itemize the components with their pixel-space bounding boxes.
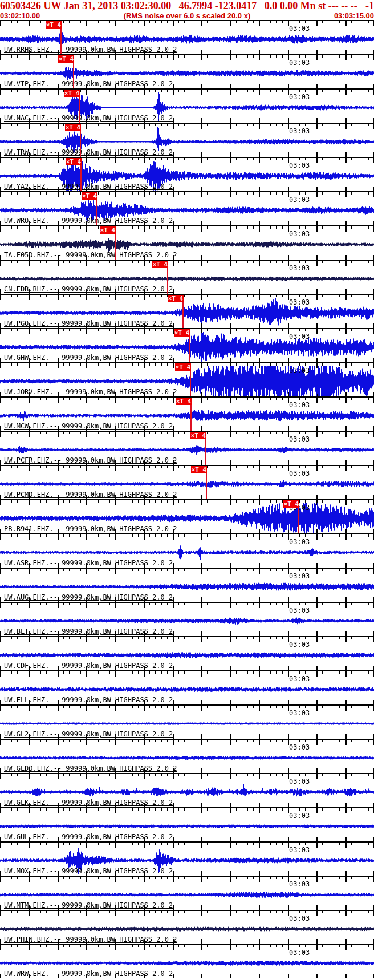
- station-label: PB.B941.EHZ.-- 99999.0km,BW HIGHPASS 2.0…: [4, 525, 177, 533]
- phase-pick-flag[interactable]: ×T 4: [168, 295, 184, 302]
- trace-row: 03:03 UW.GUL.EHZ.-- 99999.0km,BW HIGHPAS…: [0, 807, 374, 841]
- phase-pick-flag[interactable]: ×T 4: [65, 124, 81, 131]
- phase-pick-flag[interactable]: ×T 4: [64, 90, 80, 97]
- trace-row: 03:03 UW.PCFR.EHZ.-- 99999.0km,BW HIGHPA…: [0, 431, 374, 465]
- phase-pick-flag[interactable]: ×T 4: [82, 192, 97, 200]
- phase-pick-flag[interactable]: ×T 4: [176, 398, 192, 405]
- trace-row: 03:03 UW.MCW.EHZ.-- 99999.0km,BW HIGHPAS…: [0, 396, 374, 431]
- phase-pick-flag[interactable]: ×T 4: [283, 500, 299, 508]
- station-label: UW.GL2.EHZ.-- 99999.0km,BW HIGHPASS 2.0 …: [4, 730, 173, 738]
- minute-tick-label: 03:03: [289, 709, 310, 717]
- minute-tick-label: 03:03: [289, 333, 310, 341]
- trace-row: 03:03 UW.GHW.EHZ.-- 99999.0km,BW HIGHPAS…: [0, 328, 374, 362]
- trace-row: 03:03 UW.PHIN.BHZ.-- 99999.0km,BW HIGHPA…: [0, 910, 374, 944]
- phase-pick-line: [182, 302, 184, 328]
- station-label: TA.F05D.BHZ.-- 99999.0km,BW HIGHPASS 2.0…: [4, 251, 177, 259]
- window-end-time: 03:03:15.00: [334, 12, 374, 20]
- waveform-review-window: 60503426 UW Jan 31, 2013 03:02:30.00 46.…: [0, 0, 374, 978]
- minute-tick-label: 03:03: [289, 777, 310, 785]
- trace-row: 03:03 UW.RRHS.EHZ.-- 99999.0km,BW HIGHPA…: [0, 20, 374, 54]
- window-start-time: 03:02:10.00: [0, 12, 40, 20]
- trace-row: 03:03 PB.B941.EHZ.-- 99999.0km,BW HIGHPA…: [0, 499, 374, 533]
- event-title-line: 60503426 UW Jan 31, 2013 03:02:30.00 46.…: [0, 0, 374, 12]
- phase-pick-flag[interactable]: ×T 4: [191, 466, 207, 473]
- trace-row: 03:03 UW.YA2.EHZ.-- 99999.0km,BW HIGHPAS…: [0, 157, 374, 191]
- station-label: UW.GHW.EHZ.-- 99999.0km,BW HIGHPASS 2.0 …: [4, 354, 173, 362]
- station-label: UW.JORV.EHZ.-- 99999.0km,BW HIGHPASS 2.0…: [4, 388, 177, 396]
- station-label: UW.PCMD.EHZ.-- 99999.0km,BW HIGHPASS 2.0…: [4, 491, 177, 499]
- phase-pick-flag[interactable]: ×T 4: [174, 329, 190, 337]
- minute-tick-label: 03:03: [289, 641, 310, 649]
- minute-tick-label: 03:03: [289, 469, 310, 477]
- station-label: UW.PHIN.BHZ.-- 99999.0km,BW HIGHPASS 2.0…: [4, 936, 177, 943]
- station-label: UW.RRHS.EHZ.-- 99999.0km,BW HIGHPASS 2.0…: [4, 46, 177, 54]
- minute-tick-label: 03:03: [289, 93, 310, 101]
- trace-row: 03:03 UW.ELL.EHZ.-- 99999.0km,BW HIGHPAS…: [0, 670, 374, 704]
- phase-pick-line: [80, 131, 81, 157]
- trace-row: 03:03 UW.MTM.EHZ.-- 99999.0km,BW HIGHPAS…: [0, 876, 374, 910]
- minute-tick-label: 03:03: [289, 401, 310, 409]
- station-label: UW.TRW.EHZ.-- 99999.0km,BW HIGHPASS 2.0 …: [4, 148, 173, 156]
- trace-row: 03:03 UW.TRW.EHZ.-- 99999.0km,BW HIGHPAS…: [0, 123, 374, 157]
- trace-list: 03:03 UW.RRHS.EHZ.-- 99999.0km,BW HIGHPA…: [0, 20, 374, 978]
- minute-tick-label: 03:03: [289, 675, 310, 683]
- trace-row: 03:03 UW.BLT.EHZ.-- 99999.0km,BW HIGHPAS…: [0, 602, 374, 636]
- station-label: UW.BLT.EHZ.-- 99999.0km,BW HIGHPASS 2.0 …: [4, 627, 173, 635]
- minute-tick-label: 03:03: [289, 538, 310, 546]
- phase-pick-flag[interactable]: ×T 4: [46, 21, 62, 29]
- minute-tick-label: 03:03: [289, 196, 310, 204]
- phase-pick-flag[interactable]: ×T 4: [100, 226, 116, 234]
- station-label: UW.GLK.EHZ.-- 99999.0km,BW HIGHPASS 2.0 …: [4, 799, 173, 807]
- station-label: UW.PCFR.EHZ.-- 99999.0km,BW HIGHPASS 2.0…: [4, 456, 177, 464]
- station-label: UW.MTM.EHZ.-- 99999.0km,BW HIGHPASS 2.0 …: [4, 901, 173, 909]
- trace-row: 03:03 UW.VIP.EHZ.-- 99999.0km,BW HIGHPAS…: [0, 54, 374, 88]
- phase-pick-line: [190, 371, 191, 396]
- phase-pick-line: [189, 337, 190, 362]
- phase-pick-flag[interactable]: ×T 4: [152, 261, 168, 268]
- event-flag: -1: [365, 0, 374, 12]
- trace-row: 03:03 UW.NAC.EHZ.-- 99999.0km,BW HIGHPAS…: [0, 88, 374, 123]
- minute-tick-label: 03:03: [289, 880, 310, 888]
- minute-tick-label: 03:03: [289, 127, 310, 135]
- minute-tick-label: 03:03: [289, 606, 310, 614]
- station-label: UW.VIP.EHZ.-- 99999.0km,BW HIGHPASS 2.0 …: [4, 80, 173, 88]
- minute-tick-label: 03:03: [289, 230, 310, 238]
- phase-pick-flag[interactable]: ×T 4: [58, 55, 74, 63]
- phase-pick-line: [115, 234, 116, 260]
- trace-row: 03:03 TA.F05D.BHZ.-- 99999.0km,BW HIGHPA…: [0, 225, 374, 260]
- minute-tick-label: 03:03: [289, 264, 310, 272]
- minute-tick-label: 03:03: [289, 743, 310, 751]
- station-label: UW.ASR.EHZ.-- 99999.0km,BW HIGHPASS 2.0 …: [4, 559, 173, 567]
- trace-row: 03:03 UW.CDF.EHZ.-- 99999.0km,BW HIGHPAS…: [0, 636, 374, 670]
- minute-tick-label: 03:03: [289, 572, 310, 580]
- scaling-note: (RMS noise over 6.0 s scaled 20.0 x): [124, 12, 251, 20]
- minute-tick-label: 03:03: [289, 846, 310, 854]
- station-label: UW.GLDO.EHZ.-- 99999.0km,BW HIGHPASS 2.0…: [4, 764, 177, 772]
- phase-pick-line: [60, 29, 62, 54]
- phase-pick-flag[interactable]: ×T 4: [66, 158, 82, 165]
- trace-row: 03:03 UW.ASR.EHZ.-- 99999.0km,BW HIGHPAS…: [0, 533, 374, 568]
- phase-pick-line: [167, 268, 168, 294]
- station-label: UW.WRO.EHZ.-- 99999.0km,BW HIGHPASS 2.0 …: [4, 217, 173, 225]
- phase-pick-line: [190, 405, 192, 431]
- phase-pick-flag[interactable]: ×T 4: [190, 432, 206, 439]
- trace-row: 03:03 UW.WRW.EHZ.-- 99999.0km,BW HIGHPAS…: [0, 944, 374, 978]
- time-range-line: 03:02:10.00 (RMS noise over 6.0 s scaled…: [0, 12, 374, 20]
- station-label: UW.MOX.EHZ.-- 99999.0km,BW HIGHPASS 2.0 …: [4, 867, 173, 875]
- phase-pick-flag[interactable]: ×T 4: [175, 363, 191, 371]
- event-header: 60503426 UW Jan 31, 2013 03:02:30.00 46.…: [0, 0, 374, 20]
- phase-pick-line: [205, 439, 206, 465]
- phase-pick-line: [96, 200, 97, 225]
- phase-pick-line: [80, 165, 82, 191]
- minute-tick-label: 03:03: [289, 949, 310, 957]
- minute-tick-label: 03:03: [289, 161, 310, 169]
- station-label: UW.CDF.EHZ.-- 99999.0km,BW HIGHPASS 2.0 …: [4, 662, 173, 670]
- trace-row: 03:03 UW.JORV.EHZ.-- 99999.0km,BW HIGHPA…: [0, 362, 374, 396]
- minute-tick-label: 03:03: [289, 59, 310, 67]
- station-label: UW.ELL.EHZ.-- 99999.0km,BW HIGHPASS 2.0 …: [4, 696, 173, 704]
- station-label: UW.YA2.EHZ.-- 99999.0km,BW HIGHPASS 2.0 …: [4, 183, 173, 191]
- minute-tick-label: 03:03: [289, 435, 310, 443]
- station-label: UW.MCW.EHZ.-- 99999.0km,BW HIGHPASS 2.0 …: [4, 422, 173, 430]
- minute-tick-label: 03:03: [289, 914, 310, 922]
- minute-tick-label: 03:03: [289, 25, 310, 33]
